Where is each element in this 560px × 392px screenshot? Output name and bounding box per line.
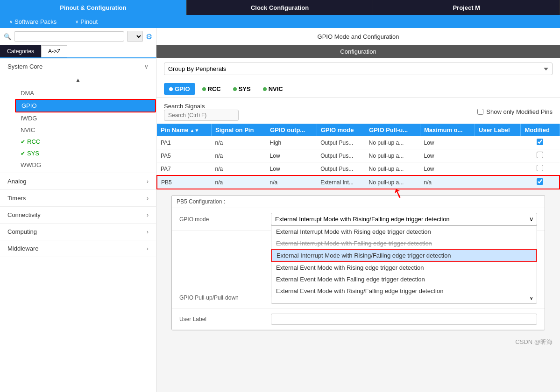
check-icon: ✔ (21, 150, 25, 157)
cell-pull: No pull-up a... (365, 149, 420, 162)
analog-header[interactable]: Analog › (0, 173, 156, 189)
cell-max: Low (420, 149, 475, 162)
col-output[interactable]: GPIO outp... (266, 124, 317, 136)
dropdown-item-0[interactable]: External Interrupt Mode with Rising edge… (271, 226, 537, 238)
cell-modified[interactable] (521, 162, 560, 176)
table-row-pb5[interactable]: PB5 n/a n/a External Int... No pull-up a… (157, 175, 560, 189)
col-max[interactable]: Maximum o... (420, 124, 475, 136)
pb5-config-section: ➘ PB5 Configuration : GPIO mode External… (164, 195, 553, 330)
user-label-config-row: User Label (172, 309, 545, 330)
col-signal[interactable]: Signal on Pin (212, 124, 266, 136)
periph-tab-gpio[interactable]: GPIO (164, 83, 195, 95)
cell-pull: No pull-up a... (365, 175, 420, 189)
up-arrow-icon: ▲ (0, 75, 156, 85)
gear-icon[interactable]: ⚙ (146, 32, 152, 41)
top-nav-project[interactable]: Project M (373, 0, 560, 15)
gpio-mode-dropdown[interactable]: External Interrupt Mode with Rising/Fall… (271, 213, 537, 225)
dropdown-item-4[interactable]: External Event Mode with Falling edge tr… (271, 273, 537, 285)
computing-header[interactable]: Computing › (0, 224, 156, 240)
top-nav-clock[interactable]: Clock Configuration (187, 0, 374, 15)
second-nav-pinout[interactable]: ∨ Pinout (66, 15, 107, 28)
search-input[interactable] (14, 31, 124, 42)
connectivity-header[interactable]: Connectivity › (0, 207, 156, 223)
col-pin-name[interactable]: Pin Name ▲▼ (157, 124, 212, 136)
periph-tab-nvic[interactable]: NVIC (258, 83, 288, 95)
search-bar: 🔍 ⚙ (0, 28, 156, 45)
sidebar-section-analog: Analog › (0, 173, 156, 190)
main-layout: 🔍 ⚙ Categories A->Z System Core ∨ ▲ DMA (0, 28, 560, 392)
search-signals-input[interactable] (164, 110, 239, 121)
cell-user-label (475, 175, 521, 189)
sidebar-item-rcc[interactable]: ✔ RCC (15, 136, 156, 147)
config-bar: Configuration (156, 45, 560, 58)
cell-user-label (475, 162, 521, 176)
periph-tab-rcc[interactable]: RCC (197, 83, 226, 95)
dropdown-item-5[interactable]: External Event Mode with Rising/Falling … (271, 285, 537, 297)
cell-signal: n/a (212, 136, 266, 149)
group-by-select[interactable]: Group By Peripherals (164, 63, 553, 75)
top-nav-pinout[interactable]: Pinout & Configuration (0, 0, 187, 15)
gpio-mode-label: GPIO mode (179, 216, 263, 223)
tab-categories[interactable]: Categories (0, 45, 41, 57)
search-dropdown[interactable] (127, 31, 143, 42)
cell-user-label (475, 149, 521, 162)
col-modified[interactable]: Modified (521, 124, 560, 136)
chevron-right-icon: › (147, 178, 149, 185)
show-modified-checkbox[interactable] (477, 109, 483, 115)
status-dot (233, 87, 237, 91)
sidebar-section-connectivity: Connectivity › (0, 207, 156, 224)
pb5-section-title: PB5 Configuration : (172, 196, 545, 208)
sidebar-item-gpio[interactable]: GPIO (15, 99, 156, 112)
sidebar-item-wwdg[interactable]: WWDG (15, 159, 156, 171)
cell-pin: PB5 (157, 175, 212, 189)
cell-modified[interactable] (521, 136, 560, 149)
timers-header[interactable]: Timers › (0, 190, 156, 206)
gpio-mode-select-wrap: External Interrupt Mode with Rising/Fall… (271, 213, 537, 225)
cell-max: n/a (420, 175, 475, 189)
second-nav-software-packs[interactable]: ∨ Software Packs (0, 15, 66, 28)
chevron-right-icon: › (147, 195, 149, 202)
periph-tab-sys[interactable]: SYS (228, 83, 256, 95)
chevron-right-icon: › (147, 229, 149, 235)
user-label-input[interactable] (271, 314, 537, 325)
sidebar-item-iwdg[interactable]: IWDG (15, 112, 156, 124)
chevron-right-icon: › (147, 212, 149, 218)
dropdown-item-3[interactable]: External Event Mode with Rising edge tri… (271, 262, 537, 273)
gpio-pull-label: GPIO Pull-up/Pull-down (179, 294, 263, 301)
watermark: CSDN @昕海 (156, 336, 560, 348)
sidebar-item-dma[interactable]: DMA (15, 87, 156, 99)
col-pull[interactable]: GPIO Pull-u... (365, 124, 420, 136)
dropdown-item-2[interactable]: External Interrupt Mode with Rising/Fall… (271, 249, 537, 262)
gpio-table: Pin Name ▲▼ Signal on Pin GPIO outp... G… (156, 124, 560, 189)
dropdown-list: External Interrupt Mode with Rising edge… (271, 225, 537, 297)
show-modified-label: Show only Modified Pins (486, 108, 553, 115)
system-core-header[interactable]: System Core ∨ (0, 58, 156, 75)
chevron-right-icon: › (147, 245, 149, 252)
tab-row: Categories A->Z (0, 45, 156, 58)
cell-mode: Output Pus... (317, 136, 365, 149)
table-row[interactable]: PA1 n/a High Output Pus... No pull-up a.… (157, 136, 560, 149)
cell-signal: n/a (212, 175, 266, 189)
sidebar-item-sys[interactable]: ✔ SYS (15, 147, 156, 159)
cell-modified[interactable] (521, 149, 560, 162)
col-mode[interactable]: GPIO mode (317, 124, 365, 136)
cell-modified[interactable] (521, 175, 560, 189)
tab-az[interactable]: A->Z (41, 45, 67, 57)
chevron-down-icon: ∨ (9, 19, 13, 24)
cell-output: Low (266, 162, 317, 176)
status-dot (263, 87, 267, 91)
middleware-header[interactable]: Middleware › (0, 240, 156, 257)
col-label[interactable]: User Label (475, 124, 521, 136)
cell-pull: No pull-up a... (365, 136, 420, 149)
table-row[interactable]: PA5 n/a Low Output Pus... No pull-up a..… (157, 149, 560, 162)
table-row[interactable]: PA7 n/a Low Output Pus... No pull-up a..… (157, 162, 560, 176)
cell-max: Low (420, 162, 475, 176)
dropdown-item-1[interactable]: External Interrupt Mode with Falling edg… (271, 238, 537, 249)
cell-output: n/a (266, 175, 317, 189)
gpio-mode-config-row: GPIO mode External Interrupt Mode with R… (172, 208, 545, 231)
cell-pull: No pull-up a... (365, 162, 420, 176)
sidebar-item-nvic[interactable]: NVIC (15, 124, 156, 136)
user-label-label: User Label (179, 316, 263, 322)
cell-mode: Output Pus... (317, 149, 365, 162)
cell-signal: n/a (212, 149, 266, 162)
